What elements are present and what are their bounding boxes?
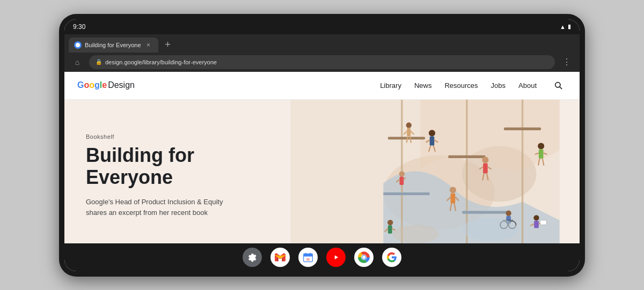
dock-chrome-icon[interactable] <box>354 248 374 267</box>
lock-icon: 🔒 <box>96 59 102 65</box>
svg-rect-14 <box>407 128 411 136</box>
address-bar[interactable]: 🔒 design.google/library/building-for-eve… <box>89 55 555 69</box>
address-text: design.google/library/building-for-every… <box>105 59 217 65</box>
svg-text:31: 31 <box>306 257 310 261</box>
svg-rect-58 <box>388 225 392 234</box>
svg-point-19 <box>429 130 435 136</box>
active-tab[interactable]: Building for Everyone × <box>69 38 158 53</box>
tab-favicon <box>74 41 82 49</box>
status-icons: ▲ ▮ <box>560 23 571 30</box>
site-nav: Library News Resources Jobs About <box>380 77 567 94</box>
battery-icon: ▮ <box>568 23 571 30</box>
site-logo: Google Design <box>77 80 135 90</box>
nav-jobs[interactable]: Jobs <box>491 81 506 90</box>
svg-rect-9 <box>448 155 485 158</box>
svg-point-31 <box>538 143 544 149</box>
illustration-svg <box>270 100 580 243</box>
nav-library[interactable]: Library <box>380 81 401 90</box>
status-time: 9:30 <box>73 23 85 31</box>
new-tab-button[interactable]: + <box>160 38 175 53</box>
tablet-screen: 9:30 ▲ ▮ Building for Everyone × + <box>64 19 580 271</box>
browser-menu-button[interactable]: ⋮ <box>559 55 574 70</box>
dock-calendar-icon[interactable]: 31 <box>298 248 318 267</box>
svg-rect-20 <box>430 136 435 145</box>
svg-point-43 <box>506 210 511 215</box>
nav-about[interactable]: About <box>518 81 537 90</box>
svg-rect-38 <box>451 193 456 203</box>
site-header: Google Design Library News Resources Job… <box>64 72 580 100</box>
hero-text-area: Bookshelf Building forEveryone Google's … <box>64 100 296 243</box>
svg-rect-26 <box>483 163 488 173</box>
svg-line-1 <box>560 87 562 89</box>
svg-rect-65 <box>304 255 313 256</box>
svg-point-73 <box>362 256 365 259</box>
svg-rect-52 <box>540 220 546 225</box>
browser-chrome: Building for Everyone × + ⌂ 🔒 design.goo… <box>64 34 580 72</box>
svg-point-13 <box>406 122 412 128</box>
dock-gmail-icon[interactable] <box>270 248 290 267</box>
tab-bar: Building for Everyone × + <box>64 34 580 53</box>
tab-title: Building for Everyone <box>85 42 141 48</box>
hero-description: Google's Head of Product Inclusion & Equ… <box>86 197 236 218</box>
svg-point-25 <box>482 157 488 163</box>
dock-youtube-icon[interactable] <box>326 248 346 267</box>
address-bar-row: ⌂ 🔒 design.google/library/building-for-e… <box>64 53 580 72</box>
dock-google-icon[interactable] <box>382 248 401 267</box>
taskbar: 31 <box>64 243 580 271</box>
svg-point-37 <box>450 187 456 193</box>
tab-close-button[interactable]: × <box>144 41 153 49</box>
dock-settings-icon[interactable] <box>243 248 262 267</box>
nav-news[interactable]: News <box>414 81 432 90</box>
wifi-icon: ▲ <box>560 24 566 30</box>
svg-rect-10 <box>504 127 541 130</box>
svg-rect-49 <box>534 220 539 228</box>
hero-category: Bookshelf <box>86 133 296 140</box>
search-button[interactable] <box>550 77 567 94</box>
hero-section: Bookshelf Building forEveryone Google's … <box>64 100 580 243</box>
status-bar: 9:30 ▲ ▮ <box>64 19 580 34</box>
svg-point-62 <box>392 225 438 243</box>
svg-point-53 <box>399 171 405 176</box>
svg-point-57 <box>387 219 393 225</box>
logo-design-text: Design <box>108 80 135 90</box>
svg-rect-8 <box>388 137 425 139</box>
hero-illustration <box>270 100 580 243</box>
logo-google-text: Google <box>77 80 107 90</box>
svg-rect-12 <box>462 211 508 213</box>
tablet-frame: 9:30 ▲ ▮ Building for Everyone × + <box>59 14 585 277</box>
hero-title: Building forEveryone <box>86 144 296 189</box>
website-content: Google Design Library News Resources Job… <box>64 72 580 243</box>
svg-rect-54 <box>399 176 404 185</box>
svg-rect-32 <box>539 149 544 158</box>
svg-rect-11 <box>383 192 429 195</box>
svg-point-48 <box>533 215 539 220</box>
home-button[interactable]: ⌂ <box>70 55 85 70</box>
nav-resources[interactable]: Resources <box>444 81 478 90</box>
svg-point-61 <box>462 218 518 241</box>
